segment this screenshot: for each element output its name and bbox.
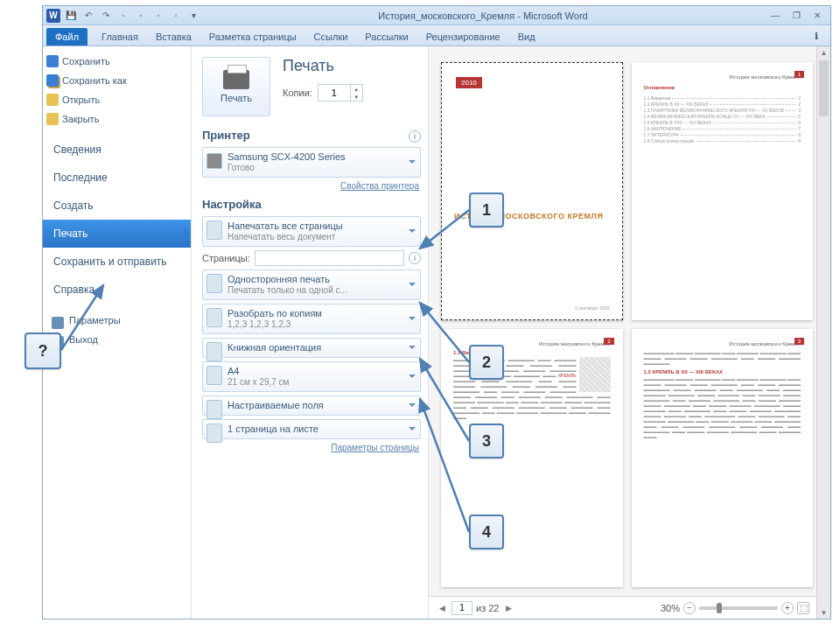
menu-exit[interactable]: Выход: [43, 330, 191, 349]
page-number-input[interactable]: [452, 601, 472, 615]
ribbon-tabs: Файл Главная Вставка Разметка страницы С…: [43, 25, 830, 46]
illustration-icon: [579, 357, 611, 392]
tab-home[interactable]: Главная: [93, 28, 147, 46]
tab-mailings[interactable]: Рассылки: [356, 28, 416, 46]
sheet-icon: [206, 424, 222, 443]
menu-close[interactable]: Закрыть: [43, 109, 191, 129]
copies-input[interactable]: [318, 85, 350, 101]
print-settings-panel: Печать Печать Копии: ▲▼ i Принтер: [192, 46, 428, 619]
cover-date: 1 сентября, 2010: [575, 305, 609, 311]
printer-section-title: Принтер: [202, 129, 421, 142]
zoom-in-button[interactable]: +: [781, 602, 794, 614]
scroll-up-icon[interactable]: ▲: [817, 46, 830, 59]
callout-3: 3: [469, 424, 504, 458]
spinner-up-icon[interactable]: ▲: [350, 85, 362, 93]
print-button-label: Печать: [220, 93, 252, 103]
collate-dropdown[interactable]: Разобрать по копиям 1,2,3 1,2,3 1,2,3: [202, 304, 421, 334]
chevron-down-icon: [409, 317, 416, 324]
zoom-out-button[interactable]: −: [683, 602, 696, 614]
qat-button[interactable]: ◦: [116, 9, 130, 23]
next-page-icon[interactable]: ▶: [502, 602, 514, 614]
fit-page-button[interactable]: ⬚: [797, 602, 809, 614]
word-window: W 💾 ↶ ↷ ◦ ◦ ◦ ◦ ▾ История_московского_Кр…: [42, 5, 831, 620]
menu-open[interactable]: Открыть: [43, 90, 191, 109]
preview-page-2[interactable]: История московского Кремля 1 Оглавление …: [632, 62, 814, 320]
qat-undo-icon[interactable]: ↶: [81, 9, 95, 23]
info-icon[interactable]: i: [409, 252, 421, 264]
zoom-percent: 30%: [661, 603, 680, 613]
callout-question: ?: [24, 332, 61, 369]
menu-new[interactable]: Создать: [43, 192, 191, 220]
portrait-icon: [206, 342, 222, 361]
printer-device-icon: [206, 153, 222, 169]
copies-label: Копии:: [283, 88, 312, 98]
zoom-slider-knob[interactable]: [717, 603, 722, 613]
menu-info[interactable]: Сведения: [43, 136, 191, 164]
printer-properties-link[interactable]: Свойства принтера: [202, 181, 419, 191]
chevron-down-icon: [409, 403, 416, 410]
preview-page-1[interactable]: 2010 ИСТОРИЯ МОСКОВСКОГО КРЕМЛЯ 1 сентяб…: [441, 62, 623, 320]
menu-options[interactable]: Параметры: [43, 311, 191, 330]
orientation-dropdown[interactable]: Книжная ориентация: [202, 338, 421, 358]
toc-line: 1.7 ЛИТЕРАТУРА8: [644, 132, 802, 137]
printer-status: Готово: [228, 163, 401, 173]
menu-save[interactable]: Сохранить: [43, 52, 191, 71]
copies-spinner[interactable]: ▲▼: [318, 84, 363, 102]
toc-line: 1.6 ЗАКЛЮЧЕНИЕ7: [644, 126, 802, 131]
maximize-button[interactable]: ❐: [787, 10, 806, 22]
callout-1: 1: [469, 192, 504, 228]
menu-save-as[interactable]: Сохранить как: [43, 71, 191, 90]
backstage-sidebar: Сохранить Сохранить как Открыть Закрыть …: [43, 46, 192, 619]
minimize-button[interactable]: —: [766, 10, 785, 22]
info-icon[interactable]: i: [409, 130, 421, 143]
prev-page-icon[interactable]: ◀: [436, 602, 448, 614]
chevron-down-icon: [409, 374, 416, 382]
paper-size-dropdown[interactable]: A4 21 см x 29,7 см: [202, 361, 421, 392]
print-range-dropdown[interactable]: Напечатать все страницы Напечатать весь …: [202, 216, 421, 247]
qat-button[interactable]: ◦: [134, 9, 148, 23]
tab-insert[interactable]: Вставка: [147, 28, 200, 46]
chevron-down-icon: [409, 160, 416, 167]
toc-line: 1.8 Список иллюстраций8: [644, 138, 802, 144]
preview-page-4[interactable]: История московского Кремля 3 ▬▬▬▬▬▬▬ ▬▬▬…: [632, 329, 814, 587]
scroll-down-icon[interactable]: ▼: [817, 606, 830, 619]
qat-redo-icon[interactable]: ↷: [99, 9, 113, 23]
toc-line: 1.1 Введение2: [644, 95, 802, 101]
chevron-down-icon: [409, 229, 416, 236]
paper-icon: [206, 366, 222, 385]
pages-input[interactable]: [255, 250, 404, 266]
ribbon-minimize-icon[interactable]: ℹ: [806, 27, 827, 46]
menu-help[interactable]: Справка: [43, 276, 191, 304]
page-setup-link[interactable]: Параметры страницы: [202, 443, 419, 452]
pages-label: Страницы:: [202, 253, 250, 263]
tab-view[interactable]: Вид: [509, 28, 544, 46]
tab-review[interactable]: Рецензирование: [417, 28, 509, 46]
scroll-thumb[interactable]: [819, 60, 829, 116]
preview-scrollbar[interactable]: ▲ ▼: [816, 46, 830, 619]
qat-button[interactable]: ◦: [169, 9, 183, 23]
menu-save-send[interactable]: Сохранить и отправить: [43, 248, 191, 276]
printer-dropdown[interactable]: Samsung SCX-4200 Series Готово: [202, 147, 421, 178]
spinner-down-icon[interactable]: ▼: [350, 93, 362, 101]
chevron-down-icon: [409, 427, 416, 434]
qat-button[interactable]: ◦: [151, 9, 165, 23]
tab-file[interactable]: Файл: [46, 28, 88, 46]
pages-per-sheet-dropdown[interactable]: 1 страница на листе: [202, 419, 421, 439]
tab-references[interactable]: Ссылки: [305, 28, 357, 46]
cover-year-badge: 2010: [456, 77, 482, 88]
print-title: Печать: [283, 57, 421, 75]
preview-status-bar: ◀ из 22 ▶ 30% − + ⬚: [429, 596, 816, 619]
one-sided-dropdown[interactable]: Односторонняя печать Печатать только на …: [202, 270, 421, 300]
print-button[interactable]: Печать: [202, 57, 270, 116]
tab-page-layout[interactable]: Разметка страницы: [200, 28, 305, 46]
zoom-slider[interactable]: [699, 606, 778, 610]
menu-recent[interactable]: Последние: [43, 164, 191, 192]
toc-line: 1.4 ВЕЛИКОКНЯЖЕСКИЙ КРЕМЛЬ КОНЦА XV — XV…: [644, 114, 802, 119]
menu-print[interactable]: Печать: [43, 220, 191, 248]
window-title: История_московского_Кремля - Microsoft W…: [204, 10, 762, 21]
margins-dropdown[interactable]: Настраиваемые поля: [202, 396, 421, 416]
chevron-down-icon: [409, 346, 416, 353]
qat-dropdown-icon[interactable]: ▾: [186, 9, 200, 23]
close-button[interactable]: ✕: [808, 10, 827, 22]
qat-save-icon[interactable]: 💾: [64, 9, 78, 23]
